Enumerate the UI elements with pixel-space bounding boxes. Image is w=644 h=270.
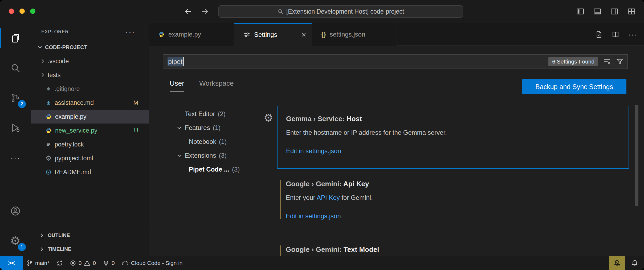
filter-icon[interactable] <box>616 58 624 66</box>
activity-accounts-button[interactable] <box>0 196 31 226</box>
tree-item-vscode[interactable]: .vscode <box>31 54 149 68</box>
navigate-forward-icon[interactable] <box>200 7 210 16</box>
edit-in-settings-json-link[interactable]: Edit in settings.json <box>286 147 621 155</box>
tree-item-readme-md[interactable]: README.md <box>31 165 149 179</box>
timeline-section-header[interactable]: TIMELINE <box>31 242 149 256</box>
notifications-button[interactable] <box>625 256 644 270</box>
tree-item-poetry-lock[interactable]: poetry.lock <box>31 137 149 151</box>
zoom-window-button[interactable] <box>30 9 35 14</box>
remote-icon: >< <box>8 260 15 267</box>
remote-indicator-button[interactable]: >< <box>0 256 23 270</box>
info-file-icon <box>46 169 51 175</box>
setting-google-gemini-api-key[interactable]: Google › Gemini: Api Key Enter your API … <box>277 177 629 223</box>
navigate-back-icon[interactable] <box>183 7 193 16</box>
toc-count: (3) <box>219 152 226 159</box>
tab-label: Settings <box>254 31 277 38</box>
tree-item-label: pyproject.toml <box>55 155 93 162</box>
source-control-badge: 2 <box>18 100 26 108</box>
api-key-link[interactable]: API Key <box>317 194 340 201</box>
toc-item-notebook[interactable]: Notebook (1) <box>149 135 276 149</box>
tab-label: settings.json <box>330 31 365 38</box>
split-editor-icon[interactable] <box>612 30 619 38</box>
vscode-window: [Extension Development Host] code-projec… <box>0 0 644 270</box>
radio-tower-icon <box>103 260 109 266</box>
tree-item-new-service-py[interactable]: new_service.py U <box>31 124 149 137</box>
outline-section-label: OUTLINE <box>48 232 70 238</box>
activity-settings-button[interactable]: ⚙ 1 <box>0 226 31 256</box>
title-bar: [Extension Development Host] code-projec… <box>0 0 644 23</box>
toggle-panel-icon[interactable] <box>593 7 602 16</box>
edit-in-settings-json-link[interactable]: Edit in settings.json <box>286 212 621 220</box>
tree-item-label: tests <box>48 72 61 79</box>
tree-item-gitignore[interactable]: .gitignore <box>31 82 149 96</box>
json-braces-icon: {} <box>321 31 326 38</box>
open-settings-json-icon[interactable] <box>595 30 603 38</box>
setting-name: Text Model <box>344 245 379 253</box>
chevron-down-icon <box>174 125 185 131</box>
tab-label: example.py <box>168 31 201 38</box>
setting-gemma-service-host[interactable]: Gemma › Service: Host Enter the hostname… <box>277 106 629 169</box>
command-center[interactable]: [Extension Development Host] code-projec… <box>218 5 463 18</box>
toc-item-text-editor[interactable]: Text Editor (2) <box>149 107 276 121</box>
bell-icon <box>631 260 638 267</box>
vertical-scrollbar[interactable] <box>635 105 638 206</box>
python-file-icon <box>158 31 165 38</box>
backup-sync-settings-button[interactable]: Backup and Sync Settings <box>522 79 626 94</box>
activity-explorer-button[interactable] <box>0 23 31 53</box>
toc-label: Notebook <box>189 138 216 145</box>
minimize-window-button[interactable] <box>19 9 25 14</box>
close-window-button[interactable] <box>9 9 14 14</box>
setting-description: Enter the hostname or IP address for the… <box>286 129 621 136</box>
close-tab-icon[interactable] <box>301 31 307 38</box>
warning-icon <box>84 260 90 266</box>
timeline-section-label: TIMELINE <box>48 246 71 252</box>
tree-item-root[interactable]: CODE-PROJECT <box>31 40 149 54</box>
tab-example-py[interactable]: example.py <box>149 23 234 46</box>
toc-label: Pipet Code ... <box>189 166 229 173</box>
activity-run-debug-button[interactable] <box>0 113 31 143</box>
setting-gear-icon[interactable]: ⚙ <box>264 112 273 123</box>
toc-item-extensions[interactable]: Extensions (3) <box>149 149 276 162</box>
tab-settings[interactable]: Settings <box>234 23 312 46</box>
scope-tab-user[interactable]: User <box>170 79 184 92</box>
toc-item-pipet-code[interactable]: Pipet Code ... (3) <box>149 162 276 176</box>
toggle-primary-sidebar-icon[interactable] <box>576 7 585 16</box>
toc-label: Extensions <box>185 152 216 159</box>
toc-count: (1) <box>213 124 221 132</box>
tree-item-pyproject-toml[interactable]: ⚙ pyproject.toml <box>31 151 149 165</box>
sync-changes-button[interactable] <box>53 256 66 270</box>
setting-google-gemini-text-model[interactable]: Google › Gemini: Text Model <box>277 243 629 256</box>
tab-settings-json[interactable]: {} settings.json <box>312 23 397 46</box>
chevron-right-icon <box>40 58 46 64</box>
text-caret <box>183 57 184 66</box>
toc-label: Features <box>185 124 210 132</box>
toc-item-features[interactable]: Features (1) <box>149 121 276 135</box>
activity-search-button[interactable] <box>0 53 31 83</box>
tree-item-example-py[interactable]: example.py <box>31 110 149 124</box>
cloud-code-status[interactable]: Cloud Code - Sign in <box>118 256 186 270</box>
customize-layout-icon[interactable] <box>627 7 636 16</box>
settings-sliders-icon <box>243 31 250 38</box>
layout-controls <box>576 0 636 23</box>
problems-status[interactable]: 0 0 <box>66 256 99 270</box>
activity-source-control-button[interactable]: 2 <box>0 83 31 113</box>
selected-text: pipet <box>168 57 183 66</box>
tree-item-tests[interactable]: tests <box>31 68 149 82</box>
tree-item-label: new_service.py <box>55 127 97 134</box>
more-actions-icon[interactable]: ··· <box>628 30 638 38</box>
toggle-secondary-sidebar-icon[interactable] <box>610 7 619 16</box>
activity-more-button[interactable]: ··· <box>0 143 31 173</box>
tree-item-label: CODE-PROJECT <box>45 44 87 50</box>
explorer-sidebar: EXPLORER ··· CODE-PROJECT .vscode tests <box>31 23 149 256</box>
ports-status[interactable]: 0 <box>99 256 118 270</box>
do-not-disturb-button[interactable] <box>609 256 625 270</box>
git-branch-status[interactable]: main* <box>23 256 53 270</box>
explorer-more-actions-icon[interactable]: ··· <box>125 27 135 36</box>
settings-search-input[interactable]: pipet 6 Settings Found <box>163 54 628 69</box>
files-icon <box>10 33 21 44</box>
clear-search-icon[interactable] <box>603 58 611 66</box>
tree-item-assistance-md[interactable]: assistance.md M <box>31 96 149 110</box>
outline-section-header[interactable]: OUTLINE <box>31 228 149 242</box>
activity-bar: 2 ··· ⚙ 1 <box>0 23 31 256</box>
scope-tab-workspace[interactable]: Workspace <box>199 79 234 91</box>
